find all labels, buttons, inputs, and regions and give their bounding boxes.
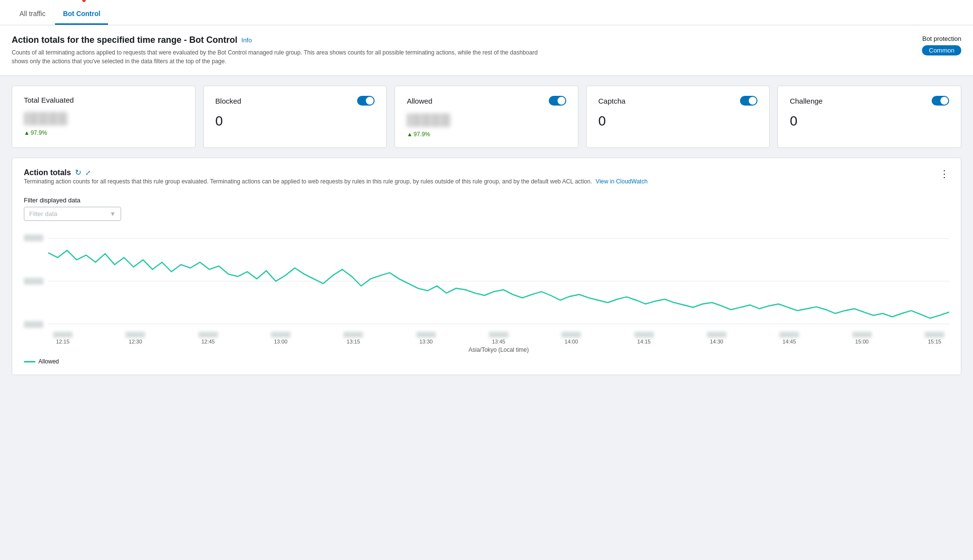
card-title: Challenge: [790, 97, 823, 105]
card-blocked: Blocked 0: [203, 86, 387, 148]
card-title: Captcha: [598, 97, 626, 105]
x-tick: 14:15: [634, 332, 654, 344]
info-description: Counts of all terminating actions applie…: [12, 48, 547, 66]
y-axis: [24, 233, 43, 330]
filter-placeholder: Filter data: [29, 210, 57, 217]
info-link[interactable]: Info: [241, 36, 252, 44]
captcha-toggle[interactable]: [740, 96, 757, 106]
refresh-icon[interactable]: ↻: [75, 168, 81, 177]
filter-select[interactable]: Filter data ▼: [24, 207, 121, 221]
x-axis-label: Asia/Tokyo (Local time): [48, 346, 949, 353]
x-label-blurred: [53, 332, 72, 338]
expand-icon[interactable]: ⤢: [85, 169, 91, 177]
card-title: Allowed: [407, 97, 432, 105]
more-options-button[interactable]: ⋮: [939, 168, 949, 180]
card-header: Allowed: [407, 96, 566, 106]
card-title: Blocked: [216, 97, 241, 105]
legend-line: [24, 361, 36, 362]
x-tick: 13:00: [271, 332, 290, 344]
y-label-top: [24, 235, 43, 241]
chart-title: Action totals: [24, 168, 71, 177]
chart-description: Terminating action counts for all reques…: [24, 177, 648, 186]
x-tick: 12:45: [198, 332, 218, 344]
tab-bot-control[interactable]: Bot Control: [55, 3, 108, 25]
info-section: Action totals for the specified time ran…: [0, 25, 973, 76]
chart-legend: Allowed: [24, 358, 949, 365]
common-badge: Common: [922, 45, 961, 55]
blurred-value: [407, 113, 450, 127]
x-tick: 14:30: [707, 332, 726, 344]
x-tick: 12:30: [126, 332, 145, 344]
card-allowed: Allowed ▲ 97.9%: [395, 86, 578, 148]
card-challenge: Challenge 0: [777, 86, 961, 148]
tabs-bar: All traffic Bot Control: [0, 0, 973, 25]
chart-svg: [48, 233, 949, 330]
arrow-indicator: [75, 0, 100, 2]
tab-all-traffic[interactable]: All traffic: [12, 3, 53, 25]
info-title: Action totals for the specified time ran…: [12, 35, 547, 45]
y-label-mid: [24, 278, 43, 285]
legend-label: Allowed: [38, 358, 59, 365]
blurred-value: [24, 112, 68, 126]
section-title: Action totals for the specified time ran…: [12, 35, 237, 45]
allowed-toggle[interactable]: [549, 96, 566, 106]
chart-container: 12:15 12:30 12:45 13:00 13:15 13:30: [24, 233, 949, 353]
bot-protection-box: Bot protection Common: [922, 35, 961, 55]
filter-label: Filter displayed data: [24, 197, 949, 204]
x-time: 12:15: [56, 339, 70, 344]
x-tick: 15:15: [925, 332, 944, 344]
x-tick: 13:45: [489, 332, 508, 344]
chart-section: Action totals ↻ ⤢ Terminating action cou…: [12, 158, 961, 375]
y-label-bottom: [24, 321, 43, 328]
card-header: Challenge: [790, 96, 949, 106]
card-header: Blocked: [216, 96, 375, 106]
metric-value: 0: [598, 113, 758, 129]
card-captcha: Captcha 0: [586, 86, 770, 148]
x-tick: 13:15: [343, 332, 363, 344]
x-tick: 15:00: [852, 332, 872, 344]
metric-trend: ▲ 97.9%: [407, 131, 566, 138]
card-header: Captcha: [598, 96, 758, 106]
card-total-evaluated: Total Evaluated ▲ 97.9%: [12, 86, 196, 148]
metric-value: 0: [216, 113, 375, 129]
chart-title-row: Action totals ↻ ⤢: [24, 168, 648, 177]
x-tick: 14:00: [561, 332, 581, 344]
metric-value: 0: [790, 113, 949, 129]
cards-row: Total Evaluated ▲ 97.9% Blocked 0 Allowe…: [0, 76, 973, 158]
card-title: Total Evaluated: [24, 96, 74, 104]
card-header: Total Evaluated: [24, 96, 183, 104]
cloudwatch-link[interactable]: View in CloudWatch: [595, 178, 648, 185]
metric-trend: ▲ 97.9%: [24, 129, 183, 136]
x-tick: 12:15: [53, 332, 72, 344]
chart-header-left: Action totals ↻ ⤢ Terminating action cou…: [24, 168, 648, 194]
chevron-down-icon: ▼: [109, 210, 116, 217]
x-tick: 14:45: [779, 332, 799, 344]
chart-header: Action totals ↻ ⤢ Terminating action cou…: [24, 168, 949, 194]
blocked-toggle[interactable]: [357, 96, 375, 106]
x-axis: 12:15 12:30 12:45 13:00 13:15 13:30: [48, 332, 949, 344]
info-left: Action totals for the specified time ran…: [12, 35, 547, 66]
x-tick: 13:30: [416, 332, 436, 344]
bot-protection-label: Bot protection: [922, 35, 961, 42]
challenge-toggle[interactable]: [932, 96, 949, 106]
